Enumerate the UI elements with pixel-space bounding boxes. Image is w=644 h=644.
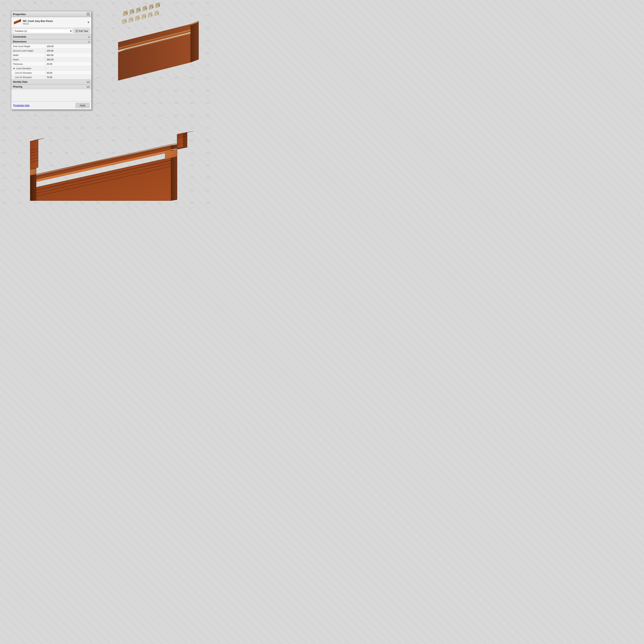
panel-titlebar: Properties × [11,11,91,17]
prop-row-lines-elevation: ▶ Lines Elevation [11,66,91,71]
phasing-label: Phasing [13,85,22,88]
panel-content: RD_Court Jury Box Fence Wood ▼ Furniture… [11,17,91,109]
lines-elevation-expand-btn[interactable]: ▶ [13,67,16,69]
identity-data-section[interactable]: Identity Data ⋁⋁ [11,79,91,84]
prop-row-width: Width 650.00 [11,53,91,57]
edit-type-label: Edit Type [79,30,88,32]
type-dropdown[interactable]: Furniture (1) [13,29,73,33]
prop-value-first-level-height[interactable]: 100.00 [45,44,91,48]
dimensions-expand-icon: ⋀ [88,41,90,43]
prop-label-depth: Depth [11,58,45,61]
prop-value-thickness[interactable]: 20.00 [45,62,91,66]
phasing-expand-icon: ⋁⋁ [87,86,90,88]
prop-row-second-level-height: Second Level Height 150.00 [11,49,91,53]
panel-title: Properties [13,13,26,16]
prop-value-line01-elevation[interactable]: 50.00 [45,71,91,75]
prop-label-first-level-height: First Level Height [11,44,45,48]
prop-label-line02-elevation: Line 02 Elevation [11,75,45,79]
prop-label-lines-elevation[interactable]: ▶ Lines Elevation [11,67,45,70]
dimensions-section-header[interactable]: Dimensions ⋀ [11,39,91,44]
constraints-label: Constraints [13,35,26,38]
prop-row-line02-elevation: Line 02 Elevation 70.00 [11,75,91,79]
prop-value-depth[interactable]: 300.00 [45,58,91,61]
edit-type-icon [75,30,78,32]
svg-marker-91 [14,20,20,24]
object-expand-arrow: ▼ [87,21,90,24]
object-material: Wood [23,23,86,25]
constraints-expand-icon: ⋁ [88,36,90,38]
dimensions-label: Dimensions [13,40,27,43]
prop-row-depth: Depth 300.00 [11,57,91,62]
prop-label-line01-elevation: Line 01 Elevation [11,71,45,75]
prop-label-second-level-height: Second Level Height [11,49,45,53]
prop-row-line01-elevation: Line 01 Elevation 50.00 [11,71,91,75]
object-header: RD_Court Jury Box Fence Wood ▼ [11,17,91,28]
svg-marker-77 [30,139,38,169]
identity-data-expand-icon: ⋁⋁ [87,81,90,83]
prop-value-line02-elevation[interactable]: 70.00 [45,75,91,79]
apply-button[interactable]: Apply [76,103,89,108]
prop-row-thickness: Thickness 20.00 [11,62,91,66]
identity-data-label: Identity Data [13,81,27,83]
properties-panel: Properties × RD_Court Jury Box Fence Woo [11,11,92,110]
object-info: RD_Court Jury Box Fence Wood [23,20,86,25]
properties-help-link[interactable]: Properties help [13,104,30,107]
prop-value-width[interactable]: 650.00 [45,53,91,57]
view-bottom [18,122,209,209]
panel-footer: Properties help Apply [11,101,91,109]
panel-close-button[interactable]: × [87,12,90,16]
prop-row-first-level-height: First Level Height 100.00 [11,44,91,49]
type-selector-row: Furniture (1) Edit Type [11,28,91,34]
view-top-right [112,8,209,76]
constraints-section-header[interactable]: Constraints ⋁ [11,34,91,39]
prop-value-lines-elevation [45,68,91,69]
prop-label-width: Width [11,53,45,57]
object-name: RD_Court Jury Box Fence [23,20,86,23]
svg-marker-59 [191,21,199,62]
svg-marker-73 [30,174,36,201]
prop-value-second-level-height[interactable]: 150.00 [45,49,91,53]
prop-label-thickness: Thickness [11,62,45,66]
object-thumbnail [13,18,23,26]
svg-marker-92 [20,19,21,22]
phasing-section[interactable]: Phasing ⋁⋁ [11,84,91,89]
edit-type-button[interactable]: Edit Type [74,29,90,33]
